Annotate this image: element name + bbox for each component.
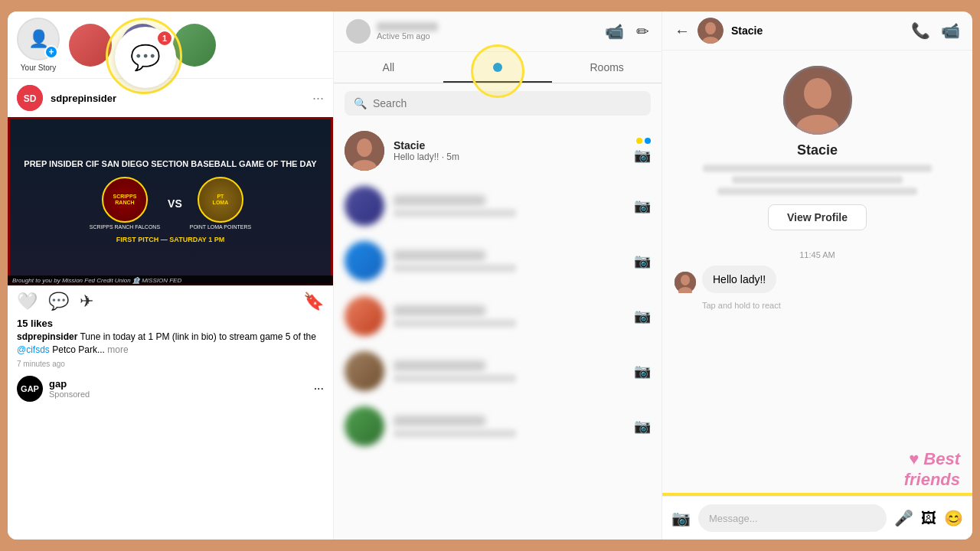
camera-icon-6[interactable]: 📷 — [634, 418, 651, 435]
team2-item: PTLOMA POINT LOMA POINTERS — [190, 177, 251, 230]
bookmark-button[interactable]: 🔖 — [303, 292, 324, 311]
name-4 — [394, 305, 485, 316]
chat-header-icons: 📞 📹 — [911, 21, 960, 40]
received-message-bubble: Hello lady!! — [702, 266, 776, 293]
caption-username[interactable]: sdprepinsider — [17, 331, 77, 342]
search-box[interactable]: 🔍 — [345, 91, 651, 116]
profile-avatar-large[interactable] — [783, 66, 852, 135]
svg-point-3 — [357, 139, 372, 157]
sticker-icon[interactable]: 😊 — [944, 509, 963, 527]
avatar-5 — [345, 351, 384, 391]
messenger-badge: 1 — [156, 30, 173, 47]
chat-header-avatar[interactable] — [697, 18, 724, 44]
camera-icon-3[interactable]: 📷 — [634, 253, 651, 269]
conversation-item-3[interactable]: 📷 — [334, 233, 662, 289]
stacie-info: Stacie Hello lady!! · 5m — [394, 139, 625, 162]
bio-line-2 — [732, 176, 903, 184]
msg-3 — [394, 264, 516, 272]
story-your[interactable]: 👤 + Your Story — [17, 18, 60, 72]
right-4: 📷 — [634, 308, 651, 324]
post-image-title: PREP INSIDER CIF SAN DIEGO SECTION BASEB… — [24, 159, 316, 169]
right-2: 📷 — [634, 197, 651, 214]
search-input[interactable] — [373, 97, 642, 109]
first-pitch-text: FIRST PITCH — SATURDAY 1 PM — [116, 236, 224, 243]
back-button[interactable]: ← — [675, 22, 690, 40]
camera-input-icon[interactable]: 📷 — [671, 509, 691, 527]
team2-logo: PTLOMA — [198, 177, 243, 223]
chat-header: ← Stacie 📞 📹 — [662, 11, 972, 51]
bio-line-1 — [703, 165, 931, 172]
info-3 — [394, 250, 625, 272]
comment-button[interactable]: 💬 — [48, 292, 69, 311]
message-placeholder: Message... — [709, 513, 758, 524]
camera-icon-stacie[interactable]: 📷 — [634, 147, 651, 164]
messenger-overlay: 💬 1 — [115, 27, 176, 88]
chat-header-name: Stacie — [731, 24, 903, 37]
new-message-icon[interactable]: ✏ — [636, 22, 649, 41]
camera-icon-5[interactable]: 📷 — [634, 363, 651, 380]
info-5 — [394, 360, 625, 383]
image-icon[interactable]: 🖼 — [921, 510, 936, 527]
right-panel: ← Stacie 📞 📹 Stacie View Profile — [662, 11, 972, 540]
video-call-icon[interactable]: 📹 — [605, 22, 624, 41]
dm-header-user: Active 5m ago — [346, 19, 599, 44]
conversation-item-2[interactable]: 📷 — [334, 178, 662, 233]
camera-icon-2[interactable]: 📷 — [634, 197, 651, 214]
mic-icon[interactable]: 🎤 — [894, 509, 913, 527]
received-message-text: Hello lady!! — [713, 273, 766, 285]
conversation-list: Stacie Hello lady!! · 5m 📷 — [334, 123, 662, 540]
post-more-button[interactable]: ··· — [312, 90, 324, 106]
view-profile-button[interactable]: View Profile — [768, 204, 867, 230]
sponsored-bar: Brought to you by Mission Fed Credit Uni… — [8, 276, 333, 285]
tabs-row: All Rooms — [334, 52, 662, 83]
conversation-item-5[interactable]: 📷 — [334, 344, 662, 399]
share-button[interactable]: ✈ — [80, 292, 93, 311]
tab-all[interactable]: All — [334, 52, 443, 83]
chat-messages: 11:45 AM Hello lady!! Tap and hold to re… — [662, 238, 972, 446]
avatar-2 — [345, 186, 384, 226]
search-icon: 🔍 — [354, 97, 367, 109]
tab-middle[interactable] — [443, 52, 553, 83]
messenger-circle[interactable]: 💬 1 — [115, 27, 176, 88]
caption-mention[interactable]: @cifsds — [17, 344, 50, 355]
conversation-item-stacie[interactable]: Stacie Hello lady!! · 5m 📷 — [334, 123, 662, 178]
conversation-item-4[interactable]: 📷 — [334, 289, 662, 344]
post-timestamp: 7 minutes ago — [8, 358, 333, 370]
post-author-avatar[interactable]: SD — [17, 85, 43, 111]
video-call-icon-right[interactable]: 📹 — [941, 21, 960, 40]
caption-more[interactable]: more — [107, 344, 128, 355]
like-button[interactable]: 🤍 — [17, 292, 38, 311]
avatar-4 — [345, 296, 384, 336]
messenger-icon: 💬 — [130, 43, 161, 72]
avatar-6 — [345, 406, 384, 446]
add-story-icon[interactable]: + — [44, 45, 58, 59]
svg-point-6 — [705, 22, 716, 34]
chat-input-row[interactable]: Message... — [698, 504, 887, 532]
tab-rooms[interactable]: Rooms — [552, 52, 662, 83]
camera-icon-4[interactable]: 📷 — [634, 308, 651, 324]
chat-input-bar: 📷 Message... 🎤 🖼 😊 — [662, 496, 972, 540]
dm-header-avatar — [346, 19, 371, 44]
your-story-avatar[interactable]: 👤 + — [17, 18, 60, 60]
middle-panel: Active 5m ago 📹 ✏ All Rooms 🔍 — [333, 11, 662, 540]
blue-dot-convo — [645, 138, 651, 144]
post-caption: sdprepinsider Tune in today at 1 PM (lin… — [8, 329, 333, 358]
received-msg-avatar — [675, 272, 696, 293]
gap-more-button[interactable]: ··· — [314, 382, 324, 396]
team1-item: SCRIPPSRANCH SCRIPPS RANCH FALCONS — [90, 177, 160, 230]
name-5 — [394, 360, 485, 371]
gap-sponsored-label: Sponsored — [49, 390, 90, 399]
name-6 — [394, 416, 485, 426]
gap-username[interactable]: gap — [49, 378, 90, 390]
stacie-name: Stacie — [394, 139, 625, 152]
audio-call-icon[interactable]: 📞 — [911, 21, 930, 40]
info-4 — [394, 305, 625, 328]
post-actions: 🤍 💬 ✈ 🔖 — [8, 285, 333, 318]
best-friends-banner: ♥ Bestfriends — [662, 446, 972, 493]
gap-avatar[interactable]: GAP — [17, 376, 43, 402]
name-3 — [394, 250, 485, 261]
right-5: 📷 — [634, 363, 651, 380]
conversation-item-6[interactable]: 📷 — [334, 399, 662, 454]
post-username[interactable]: sdprepinsider — [51, 93, 305, 104]
post-image-content: PREP INSIDER CIF SAN DIEGO SECTION BASEB… — [8, 117, 333, 285]
